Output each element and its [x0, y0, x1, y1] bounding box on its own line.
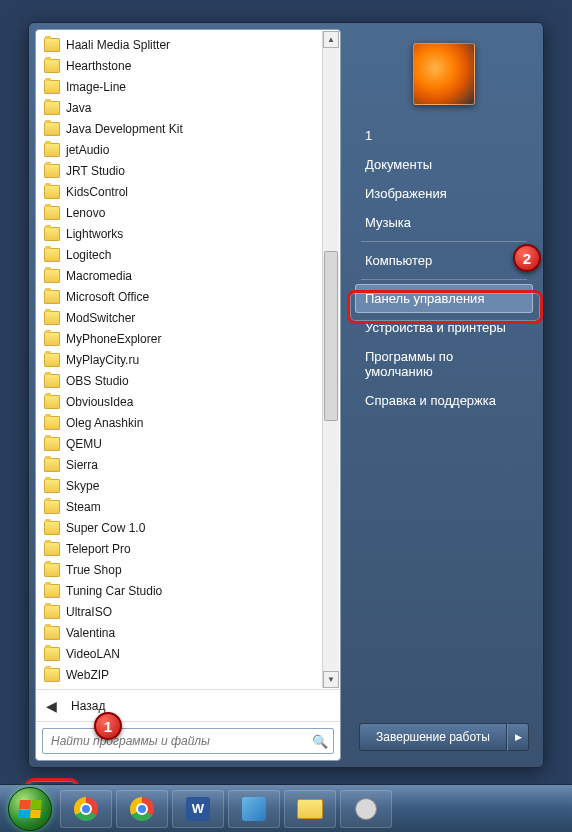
- scroll-down-button[interactable]: ▼: [323, 671, 339, 688]
- link-music[interactable]: Музыка: [355, 208, 533, 237]
- program-folder[interactable]: Tuning Car Studio: [40, 580, 322, 601]
- program-label: Microsoft Office: [66, 290, 149, 304]
- folder-icon: [44, 416, 60, 430]
- program-folder[interactable]: Hearthstone: [40, 55, 322, 76]
- program-label: Haali Media Splitter: [66, 38, 170, 52]
- program-label: Super Cow 1.0: [66, 521, 145, 535]
- folder-icon: [44, 584, 60, 598]
- program-folder[interactable]: OBS Studio: [40, 370, 322, 391]
- folder-icon: [44, 626, 60, 640]
- program-folder[interactable]: MyPlayCity.ru: [40, 349, 322, 370]
- folder-icon: [44, 668, 60, 682]
- program-folder[interactable]: Macromedia: [40, 265, 322, 286]
- taskbar-app[interactable]: [228, 790, 280, 828]
- link-user-folder[interactable]: 1: [355, 121, 533, 150]
- program-label: MyPhoneExplorer: [66, 332, 161, 346]
- link-help-support[interactable]: Справка и поддержка: [355, 386, 533, 415]
- search-box[interactable]: 🔍: [42, 728, 334, 754]
- program-label: ObviousIdea: [66, 395, 133, 409]
- program-folder[interactable]: Sierra: [40, 454, 322, 475]
- program-label: Java Development Kit: [66, 122, 183, 136]
- back-arrow-icon: ◀: [46, 698, 57, 714]
- program-label: ModSwitcher: [66, 311, 135, 325]
- program-folder[interactable]: Haali Media Splitter: [40, 34, 322, 55]
- program-label: MyPlayCity.ru: [66, 353, 139, 367]
- user-picture[interactable]: [413, 43, 475, 105]
- program-label: KidsControl: [66, 185, 128, 199]
- link-control-panel[interactable]: Панель управления: [355, 284, 533, 313]
- program-folder[interactable]: True Shop: [40, 559, 322, 580]
- program-folder[interactable]: Steam: [40, 496, 322, 517]
- folder-icon: [44, 311, 60, 325]
- folder-icon: [44, 437, 60, 451]
- taskbar-chrome-1[interactable]: [60, 790, 112, 828]
- program-folder[interactable]: Java Development Kit: [40, 118, 322, 139]
- program-list-scrollbar[interactable]: ▲ ▼: [322, 31, 339, 688]
- link-documents[interactable]: Документы: [355, 150, 533, 179]
- program-folder[interactable]: Java: [40, 97, 322, 118]
- program-folder[interactable]: QEMU: [40, 433, 322, 454]
- program-label: Lenovo: [66, 206, 105, 220]
- folder-icon: [44, 59, 60, 73]
- program-folder[interactable]: Teleport Pro: [40, 538, 322, 559]
- link-computer[interactable]: Компьютер: [355, 246, 533, 275]
- program-folder[interactable]: ModSwitcher: [40, 307, 322, 328]
- search-icon: 🔍: [307, 734, 333, 749]
- shutdown-button[interactable]: Завершение работы: [359, 723, 507, 751]
- scroll-up-button[interactable]: ▲: [323, 31, 339, 48]
- program-folder[interactable]: Microsoft Office: [40, 286, 322, 307]
- folder-icon: [44, 542, 60, 556]
- program-label: VideoLAN: [66, 647, 120, 661]
- link-devices-printers[interactable]: Устройства и принтеры: [355, 313, 533, 342]
- volume-icon: [355, 798, 377, 820]
- folder-icon: [44, 332, 60, 346]
- program-folder[interactable]: Lightworks: [40, 223, 322, 244]
- program-folder[interactable]: JRT Studio: [40, 160, 322, 181]
- folder-icon: [44, 395, 60, 409]
- program-folder[interactable]: VideoLAN: [40, 643, 322, 664]
- taskbar-chrome-2[interactable]: [116, 790, 168, 828]
- program-folder[interactable]: Image-Line: [40, 76, 322, 97]
- program-folder[interactable]: UltraISO: [40, 601, 322, 622]
- program-label: True Shop: [66, 563, 122, 577]
- start-button[interactable]: [8, 787, 52, 831]
- folder-icon: [44, 605, 60, 619]
- program-folder[interactable]: Oleg Anashkin: [40, 412, 322, 433]
- scroll-thumb[interactable]: [324, 251, 338, 421]
- program-folder[interactable]: WebZIP: [40, 664, 322, 685]
- separator: [361, 279, 527, 280]
- program-label: OBS Studio: [66, 374, 129, 388]
- separator: [361, 241, 527, 242]
- link-pictures[interactable]: Изображения: [355, 179, 533, 208]
- shutdown-options-button[interactable]: ▶: [507, 723, 529, 751]
- program-label: WebZIP: [66, 668, 109, 682]
- folder-icon: [44, 458, 60, 472]
- search-input[interactable]: [43, 734, 307, 748]
- folder-icon: [44, 353, 60, 367]
- folder-icon: [44, 206, 60, 220]
- folder-icon: [44, 479, 60, 493]
- taskbar: W: [0, 784, 572, 832]
- program-folder[interactable]: jetAudio: [40, 139, 322, 160]
- folder-icon: [44, 164, 60, 178]
- program-folder[interactable]: Super Cow 1.0: [40, 517, 322, 538]
- link-default-programs[interactable]: Программы по умолчанию: [355, 342, 533, 386]
- program-folder[interactable]: ObviousIdea: [40, 391, 322, 412]
- taskbar-word[interactable]: W: [172, 790, 224, 828]
- taskbar-explorer[interactable]: [284, 790, 336, 828]
- program-folder[interactable]: Skype: [40, 475, 322, 496]
- folder-icon: [44, 248, 60, 262]
- program-folder[interactable]: MyPhoneExplorer: [40, 328, 322, 349]
- program-folder[interactable]: Lenovo: [40, 202, 322, 223]
- back-button[interactable]: ◀ Назад: [36, 689, 340, 721]
- program-folder[interactable]: KidsControl: [40, 181, 322, 202]
- windows-logo-icon: [18, 800, 42, 818]
- taskbar-volume[interactable]: [340, 790, 392, 828]
- program-label: Sierra: [66, 458, 98, 472]
- folder-icon: [44, 143, 60, 157]
- program-folder[interactable]: Logitech: [40, 244, 322, 265]
- app-icon: [242, 797, 266, 821]
- program-label: Logitech: [66, 248, 111, 262]
- folder-icon: [44, 269, 60, 283]
- program-folder[interactable]: Valentina: [40, 622, 322, 643]
